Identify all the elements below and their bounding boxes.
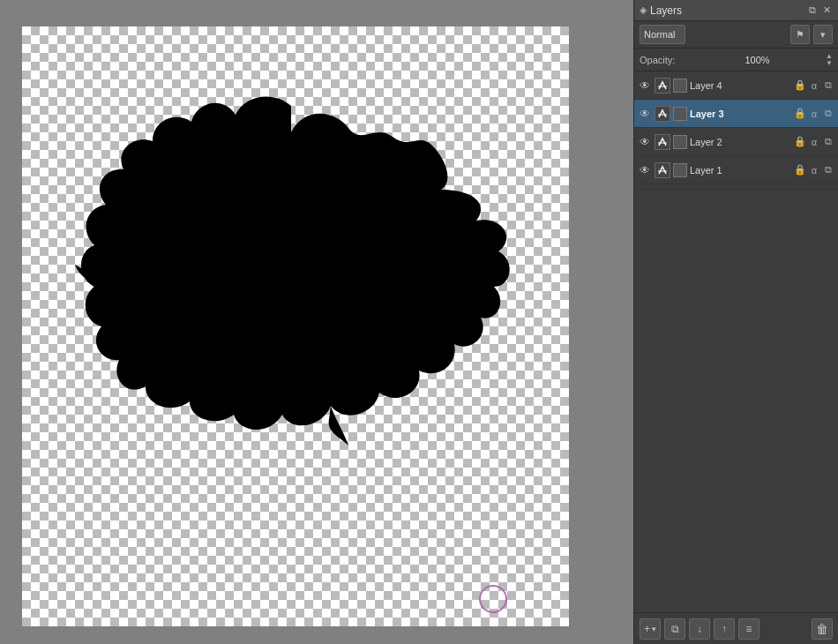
- opacity-label: Opacity:: [640, 55, 684, 65]
- layer-4-type-icon: [655, 78, 670, 94]
- new-layer-button[interactable]: + ▾: [640, 618, 661, 640]
- layer-4-visibility[interactable]: 👁: [638, 79, 652, 93]
- layer-1-alpha-lock[interactable]: [673, 163, 687, 177]
- titlebar-controls: ⧉ ✕: [807, 4, 833, 16]
- layer-2-inherit-icon[interactable]: ⧉: [822, 136, 834, 147]
- panel-close-button[interactable]: ✕: [821, 4, 833, 16]
- menu-icon: ▾: [820, 29, 826, 41]
- layer-2-lock-icon[interactable]: 🔒: [794, 136, 806, 147]
- layer-1-alpha-icon[interactable]: α: [808, 165, 820, 176]
- move-layer-up-button[interactable]: ↑: [714, 618, 735, 640]
- layer-4-alpha-icon[interactable]: α: [808, 80, 820, 91]
- canvas-wrapper: [22, 26, 569, 626]
- layer-3-actions: 🔒 α ⧉: [794, 108, 834, 119]
- layer-3-lock-icon[interactable]: 🔒: [794, 108, 806, 119]
- filter-button[interactable]: ⚑: [790, 25, 810, 44]
- opacity-value[interactable]: 100%: [689, 55, 826, 65]
- layer-2-alpha-lock[interactable]: [673, 135, 687, 149]
- blend-mode-row: Normal Dissolve Multiply Screen Overlay …: [634, 21, 838, 49]
- canvas-area: [0, 0, 633, 644]
- duplicate-icon: ⧉: [671, 623, 679, 635]
- layer-properties-button[interactable]: ≡: [738, 618, 759, 640]
- panel-title: Layers: [650, 4, 682, 17]
- panel-toolbar: + ▾ ⧉ ↓ ↑ ≡ 🗑: [634, 612, 838, 644]
- delete-layer-button[interactable]: 🗑: [812, 618, 833, 640]
- layer-2-alpha-icon[interactable]: α: [808, 137, 820, 147]
- delete-icon: 🗑: [816, 622, 828, 636]
- layer-1-visibility[interactable]: 👁: [638, 163, 652, 177]
- canvas-drawing[interactable]: [22, 26, 569, 626]
- new-layer-icon: +: [644, 623, 650, 635]
- layer-1-type-icon: [655, 162, 670, 178]
- layer-4-inherit-icon[interactable]: ⧉: [822, 79, 834, 91]
- layers-panel: ◈ Layers ⧉ ✕ Normal Dissolve Multiply Sc…: [633, 0, 838, 644]
- move-down-icon: ↓: [697, 623, 702, 635]
- layer-3-name: Layer 3: [690, 109, 791, 119]
- brush-cursor: [479, 585, 507, 613]
- layer-1-name: Layer 1: [690, 165, 791, 176]
- opacity-row: Opacity: 100% ▲ ▼: [634, 49, 838, 71]
- layer-2-type-icon: [655, 134, 670, 150]
- layer-2-visibility[interactable]: 👁: [638, 135, 652, 149]
- layer-3-visibility[interactable]: 👁: [638, 107, 652, 121]
- layers-icon: ◈: [640, 4, 647, 16]
- layer-3-alpha-lock[interactable]: [673, 107, 687, 121]
- layer-1-inherit-icon[interactable]: ⧉: [822, 164, 834, 176]
- layer-item-2[interactable]: 👁 Layer 2 🔒 α ⧉: [634, 128, 838, 156]
- layer-1-actions: 🔒 α ⧉: [794, 164, 834, 176]
- opacity-stepper[interactable]: ▲ ▼: [826, 53, 833, 67]
- titlebar-left: ◈ Layers: [640, 4, 804, 17]
- layer-4-name: Layer 4: [690, 80, 791, 91]
- layer-4-alpha-lock[interactable]: [673, 79, 687, 93]
- new-layer-dropdown[interactable]: ▾: [652, 625, 656, 633]
- layers-list: 👁 Layer 4 🔒 α ⧉ 👁: [634, 71, 838, 612]
- layer-2-actions: 🔒 α ⧉: [794, 136, 834, 147]
- duplicate-layer-button[interactable]: ⧉: [664, 618, 685, 640]
- opacity-down-arrow[interactable]: ▼: [826, 60, 833, 67]
- move-layer-down-button[interactable]: ↓: [689, 618, 710, 640]
- panel-titlebar: ◈ Layers ⧉ ✕: [634, 0, 838, 21]
- blend-mode-select[interactable]: Normal Dissolve Multiply Screen Overlay: [640, 25, 685, 44]
- layer-3-alpha-icon[interactable]: α: [808, 109, 820, 119]
- blend-mode-wrapper: Normal Dissolve Multiply Screen Overlay: [640, 25, 787, 44]
- layer-item-4[interactable]: 👁 Layer 4 🔒 α ⧉: [634, 71, 838, 100]
- layer-3-inherit-icon[interactable]: ⧉: [822, 108, 834, 119]
- layer-4-actions: 🔒 α ⧉: [794, 79, 834, 91]
- layer-item-1[interactable]: 👁 Layer 1 🔒 α ⧉: [634, 156, 838, 184]
- layer-4-lock-icon[interactable]: 🔒: [794, 79, 806, 91]
- menu-button[interactable]: ▾: [813, 25, 833, 44]
- layer-item-3[interactable]: 👁 Layer 3 🔒 α ⧉: [634, 100, 838, 128]
- move-up-icon: ↑: [722, 623, 727, 635]
- filter-icon: ⚑: [796, 29, 804, 41]
- properties-icon: ≡: [746, 623, 752, 635]
- layer-3-type-icon: [655, 106, 670, 122]
- panel-float-button[interactable]: ⧉: [807, 4, 818, 16]
- layer-1-lock-icon[interactable]: 🔒: [794, 164, 806, 176]
- layer-2-name: Layer 2: [690, 137, 791, 147]
